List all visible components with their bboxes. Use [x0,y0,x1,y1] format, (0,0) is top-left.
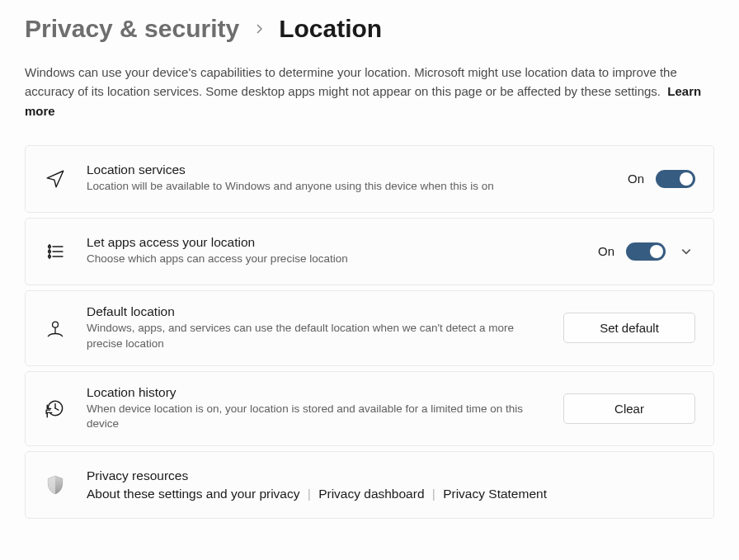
clear-button[interactable]: Clear [563,393,695,424]
card-title: Location services [87,162,608,177]
privacy-statement-link[interactable]: Privacy Statement [443,487,547,501]
card-subtitle: Location will be available to Windows an… [87,179,548,195]
card-location-services: Location services Location will be avail… [25,145,714,213]
chevron-down-icon[interactable] [677,242,695,261]
breadcrumb-current: Location [279,15,382,43]
breadcrumb: Privacy & security Location [25,15,714,43]
card-subtitle: Windows, apps, and services can use the … [87,321,544,352]
card-default-location: Default location Windows, apps, and serv… [25,290,714,366]
card-subtitle: Choose which apps can access your precis… [87,252,548,267]
shield-icon [44,474,67,496]
set-default-button[interactable]: Set default [563,313,695,343]
card-title: Let apps access your location [87,235,578,250]
map-pin-icon [44,318,67,339]
separator: | [432,487,435,501]
navigation-arrow-icon [44,168,67,190]
toggle-state-label: On [598,244,614,258]
breadcrumb-parent[interactable]: Privacy & security [25,15,239,43]
privacy-links: About these settings and your privacy | … [87,487,695,501]
card-title: Location history [87,385,544,400]
toggle-state-label: On [628,172,644,186]
card-privacy-resources: Privacy resources About these settings a… [25,451,714,519]
location-services-toggle[interactable] [656,170,695,188]
svg-line-12 [55,408,59,410]
separator: | [308,487,311,501]
page-description: Windows can use your device's capabiliti… [25,63,714,120]
card-subtitle: When device location is on, your locatio… [87,402,544,433]
card-title: Default location [87,304,544,319]
about-settings-link[interactable]: About these settings and your privacy [87,487,299,501]
svg-point-9 [53,322,59,327]
chevron-right-icon [254,24,264,34]
privacy-dashboard-link[interactable]: Privacy dashboard [318,487,424,501]
card-location-history: Location history When device location is… [25,371,714,447]
card-title: Privacy resources [87,468,695,483]
apps-access-toggle[interactable] [626,242,666,261]
history-icon [44,398,67,419]
page-description-text: Windows can use your device's capabiliti… [25,65,677,98]
list-settings-icon [44,242,67,261]
card-apps-access[interactable]: Let apps access your location Choose whi… [25,218,714,285]
